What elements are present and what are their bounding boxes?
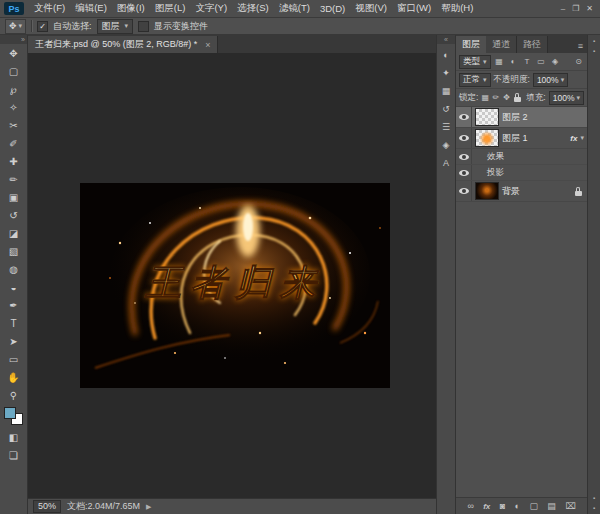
- layer-fx-badge[interactable]: fx: [570, 134, 577, 143]
- blur-tool[interactable]: ◍: [2, 260, 25, 278]
- foreground-color-swatch[interactable]: [4, 407, 16, 419]
- layer-row-layer1[interactable]: 图层 1 fx ▾: [456, 128, 587, 149]
- visibility-toggle[interactable]: [456, 107, 472, 127]
- current-tool-badge[interactable]: ✥ ▾: [5, 19, 26, 34]
- minimize-button[interactable]: –: [561, 4, 565, 13]
- history-brush-tool[interactable]: ↺: [2, 206, 25, 224]
- auto-select-checkbox[interactable]: ✓: [37, 21, 48, 32]
- blend-mode-dropdown[interactable]: 正常 ▾: [459, 73, 491, 87]
- shape-tool[interactable]: ▭: [2, 350, 25, 368]
- canvas-area[interactable]: 王者归来 王者归来: [28, 53, 436, 498]
- filter-pixel-layers-icon[interactable]: ▦: [494, 57, 505, 66]
- info-panel-icon[interactable]: ◈: [438, 137, 454, 152]
- lock-transparent-pixels-icon[interactable]: ▦: [481, 93, 489, 102]
- menu-item-filter[interactable]: 滤镜(T): [274, 2, 315, 15]
- character-panel-icon[interactable]: A: [438, 155, 454, 170]
- quick-selection-tool[interactable]: ✧: [2, 98, 25, 116]
- filter-shape-layers-icon[interactable]: ▭: [536, 57, 547, 66]
- filter-smart-objects-icon[interactable]: ◈: [550, 57, 561, 66]
- lasso-tool[interactable]: ℘: [2, 80, 25, 98]
- eraser-tool[interactable]: ◪: [2, 224, 25, 242]
- lock-position-icon[interactable]: ✥: [503, 93, 511, 102]
- layer-row-background[interactable]: 背景: [456, 181, 587, 202]
- filter-kind-dropdown[interactable]: 类型 ▾: [459, 55, 491, 69]
- path-selection-tool[interactable]: ➤: [2, 332, 25, 350]
- opacity-dropdown[interactable]: 100% ▾: [533, 73, 568, 87]
- menu-item-window[interactable]: 窗口(W): [392, 2, 436, 15]
- screen-mode-button[interactable]: ❏: [2, 446, 25, 464]
- dock-collapse-icon[interactable]: «: [437, 35, 455, 44]
- dock-panel-icon[interactable]: ▪: [593, 505, 595, 511]
- status-options-arrow[interactable]: ▶: [146, 503, 151, 511]
- tab-close-icon[interactable]: ×: [205, 40, 210, 50]
- effect-row-effects[interactable]: 效果: [456, 149, 587, 165]
- hand-tool[interactable]: ✋: [2, 368, 25, 386]
- effect-row-drop-shadow[interactable]: 投影: [456, 165, 587, 181]
- visibility-toggle[interactable]: [456, 181, 472, 201]
- filter-toggle-icon[interactable]: ⊙: [573, 57, 584, 66]
- layer-group-icon[interactable]: ▢: [529, 501, 538, 511]
- tab-paths[interactable]: 路径: [517, 36, 548, 53]
- marquee-tool[interactable]: ▢: [2, 62, 25, 80]
- zoom-level-field[interactable]: 50%: [33, 500, 61, 513]
- type-tool[interactable]: T: [2, 314, 25, 332]
- history-panel-icon[interactable]: ↺: [438, 101, 454, 116]
- layer-style-icon[interactable]: fx: [483, 502, 490, 511]
- fx-collapse-icon[interactable]: ▾: [580, 134, 584, 142]
- link-layers-icon[interactable]: ∞: [467, 501, 473, 511]
- brush-tool[interactable]: ✏: [2, 170, 25, 188]
- layer-mask-icon[interactable]: ◙: [500, 501, 505, 511]
- tab-layers[interactable]: 图层: [456, 36, 486, 53]
- show-transform-checkbox[interactable]: [138, 21, 149, 32]
- adjustments-panel-icon[interactable]: ◐: [438, 47, 454, 62]
- menu-item-type[interactable]: 文字(Y): [190, 2, 232, 15]
- fill-dropdown[interactable]: 100% ▾: [549, 91, 584, 105]
- menu-item-help[interactable]: 帮助(H): [436, 2, 478, 15]
- zoom-tool[interactable]: ⚲: [2, 386, 25, 404]
- close-button[interactable]: ✕: [586, 4, 593, 13]
- lock-image-pixels-icon[interactable]: ✏: [492, 93, 500, 102]
- layer-thumbnail[interactable]: [475, 182, 499, 200]
- crop-tool[interactable]: ✂: [2, 116, 25, 134]
- auto-select-target-dropdown[interactable]: 图层 ▾: [97, 19, 134, 34]
- eye-icon: [459, 114, 469, 120]
- swatches-panel-icon[interactable]: ▦: [438, 83, 454, 98]
- eyedropper-tool[interactable]: ✐: [2, 134, 25, 152]
- filter-adjustment-layers-icon[interactable]: ◐: [508, 57, 519, 66]
- delete-layer-icon[interactable]: ⌧: [565, 501, 575, 511]
- menu-item-image[interactable]: 图像(I): [112, 2, 150, 15]
- styles-panel-icon[interactable]: ✦: [438, 65, 454, 80]
- menu-item-edit[interactable]: 编辑(E): [70, 2, 112, 15]
- dock-panel-icon[interactable]: ▪: [593, 48, 595, 54]
- tab-channels[interactable]: 通道: [486, 36, 517, 53]
- menu-item-layer[interactable]: 图层(L): [150, 2, 191, 15]
- toolbar-collapse-icon[interactable]: »: [0, 35, 27, 44]
- panel-menu-icon[interactable]: ≡: [578, 41, 587, 53]
- pen-tool[interactable]: ✒: [2, 296, 25, 314]
- quick-mask-button[interactable]: ◧: [2, 428, 25, 446]
- visibility-toggle[interactable]: [456, 128, 472, 148]
- clone-stamp-tool[interactable]: ▣: [2, 188, 25, 206]
- document-tab[interactable]: 王者归来.psd @ 50% (图层 2, RGB/8#) * ×: [28, 36, 218, 53]
- properties-panel-icon[interactable]: ☰: [438, 119, 454, 134]
- new-layer-icon[interactable]: ▤: [547, 501, 556, 511]
- move-tool[interactable]: ✥: [2, 44, 25, 62]
- visibility-toggle[interactable]: [456, 149, 472, 164]
- dock-panel-icon[interactable]: ▪: [593, 495, 595, 501]
- layer-row-layer2[interactable]: 图层 2: [456, 107, 587, 128]
- lock-all-icon[interactable]: [513, 93, 521, 102]
- visibility-toggle[interactable]: [456, 165, 472, 180]
- gradient-tool[interactable]: ▧: [2, 242, 25, 260]
- menu-item-select[interactable]: 选择(S): [232, 2, 274, 15]
- menu-item-view[interactable]: 视图(V): [350, 2, 392, 15]
- menu-item-3d[interactable]: 3D(D): [315, 3, 350, 14]
- layer-thumbnail[interactable]: [475, 108, 499, 126]
- filter-type-layers-icon[interactable]: T: [522, 57, 533, 66]
- menu-item-file[interactable]: 文件(F): [29, 2, 70, 15]
- healing-brush-tool[interactable]: ✚: [2, 152, 25, 170]
- dock-panel-icon[interactable]: ▪: [593, 38, 595, 44]
- dodge-tool[interactable]: ◒: [2, 278, 25, 296]
- layer-thumbnail[interactable]: [475, 129, 499, 147]
- adjustment-layer-icon[interactable]: ◐: [515, 501, 520, 511]
- restore-button[interactable]: ❐: [572, 4, 579, 13]
